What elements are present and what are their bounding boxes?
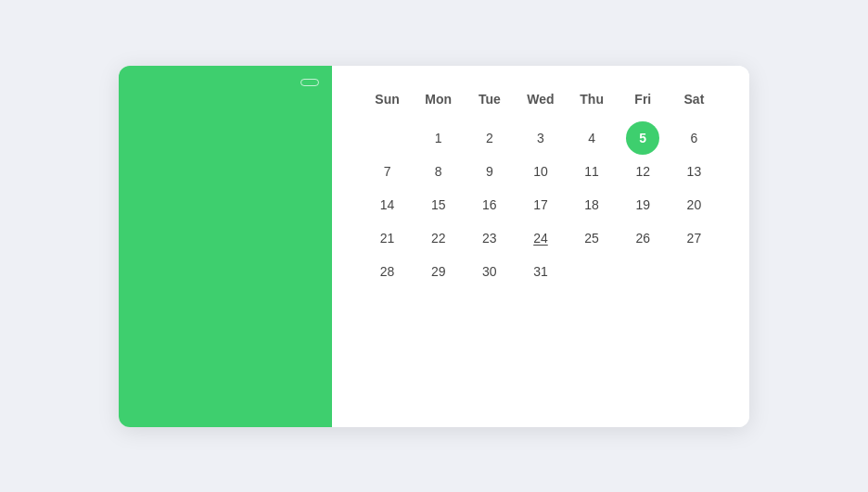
right-panel: SunMonTueWedThuFriSat1234567891011121314… xyxy=(332,66,749,427)
day-header-thu: Thu xyxy=(567,92,618,121)
reset-button[interactable] xyxy=(300,79,319,86)
day-header-wed: Wed xyxy=(515,92,566,121)
day-cell-29[interactable]: 29 xyxy=(422,255,455,288)
day-cell-23[interactable]: 23 xyxy=(473,221,506,255)
day-cell-12[interactable]: 12 xyxy=(626,155,659,188)
calendar-grid: SunMonTueWedThuFriSat1234567891011121314… xyxy=(362,92,720,288)
day-header-sat: Sat xyxy=(669,92,720,121)
calendar-container: SunMonTueWedThuFriSat1234567891011121314… xyxy=(119,66,749,427)
day-cell-2[interactable]: 2 xyxy=(473,121,506,155)
prev-month-button[interactable] xyxy=(126,239,141,254)
day-cell-11[interactable]: 11 xyxy=(575,155,608,188)
day-cell-26[interactable]: 26 xyxy=(626,221,659,255)
day-header-mon: Mon xyxy=(413,92,464,121)
day-cell-20[interactable]: 20 xyxy=(677,188,710,221)
day-cell-9[interactable]: 9 xyxy=(473,155,506,188)
day-cell-19[interactable]: 19 xyxy=(626,188,659,221)
day-cell-24[interactable]: 24 xyxy=(524,221,557,255)
day-cell-10[interactable]: 10 xyxy=(524,155,557,188)
day-header-tue: Tue xyxy=(464,92,515,121)
day-cell-empty xyxy=(371,121,404,155)
day-cell-7[interactable]: 7 xyxy=(371,155,404,188)
day-cell-25[interactable]: 25 xyxy=(575,221,608,255)
day-cell-4[interactable]: 4 xyxy=(575,121,608,155)
day-cell-28[interactable]: 28 xyxy=(371,255,404,288)
next-month-button[interactable] xyxy=(310,239,325,254)
day-cell-22[interactable]: 22 xyxy=(422,221,455,255)
day-cell-31[interactable]: 31 xyxy=(524,255,557,288)
day-cell-5[interactable]: 5 xyxy=(626,121,659,155)
left-panel xyxy=(119,66,332,427)
day-cell-empty xyxy=(626,255,659,288)
day-cell-21[interactable]: 21 xyxy=(371,221,404,255)
day-cell-14[interactable]: 14 xyxy=(371,188,404,221)
day-cell-30[interactable]: 30 xyxy=(473,255,506,288)
day-cell-3[interactable]: 3 xyxy=(524,121,557,155)
day-cell-15[interactable]: 15 xyxy=(422,188,455,221)
day-header-sun: Sun xyxy=(362,92,413,121)
day-cell-6[interactable]: 6 xyxy=(677,121,710,155)
day-cell-1[interactable]: 1 xyxy=(422,121,455,155)
day-cell-empty xyxy=(575,255,608,288)
day-cell-17[interactable]: 17 xyxy=(524,188,557,221)
day-cell-8[interactable]: 8 xyxy=(422,155,455,188)
day-cell-18[interactable]: 18 xyxy=(575,188,608,221)
day-cell-16[interactable]: 16 xyxy=(473,188,506,221)
day-cell-13[interactable]: 13 xyxy=(677,155,710,188)
day-cell-27[interactable]: 27 xyxy=(677,221,710,255)
day-cell-empty xyxy=(677,255,710,288)
day-header-fri: Fri xyxy=(618,92,669,121)
